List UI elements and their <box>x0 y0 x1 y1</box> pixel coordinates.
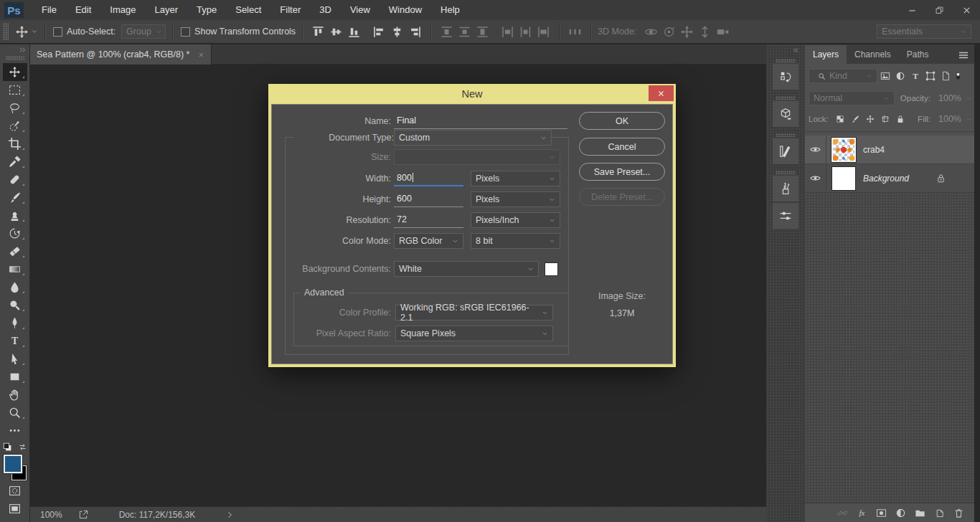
layer-style-button[interactable]: fx <box>852 506 872 520</box>
path-selection-tool[interactable] <box>3 350 27 368</box>
size-dropdown[interactable] <box>394 149 560 165</box>
zoom-level[interactable]: 100% <box>40 510 62 520</box>
delete-preset-button[interactable]: Delete Preset... <box>579 188 665 206</box>
orbit-3d-icon[interactable] <box>644 25 658 39</box>
collapse-panels-icon[interactable] <box>791 47 801 54</box>
tab-paths[interactable]: Paths <box>899 45 937 64</box>
3d-panel-button[interactable] <box>773 101 798 127</box>
color-profile-dropdown[interactable]: Working RGB: sRGB IEC61966-2.1 <box>395 305 553 321</box>
tab-close-icon[interactable] <box>198 52 204 58</box>
align-left-icon[interactable] <box>372 25 386 39</box>
background-color-chip[interactable] <box>545 262 558 276</box>
rectangular-marquee-tool[interactable] <box>3 81 27 99</box>
menu-filter[interactable]: Filter <box>270 0 310 20</box>
filter-type-button[interactable]: T <box>908 69 923 83</box>
visibility-toggle[interactable] <box>805 164 826 192</box>
filter-toggle-icon[interactable] <box>954 70 962 82</box>
distribute-spacing-icon[interactable] <box>568 25 582 39</box>
pen-tool[interactable] <box>3 314 27 332</box>
clone-stamp-tool[interactable] <box>3 207 27 224</box>
name-input[interactable]: Final <box>394 113 567 129</box>
panel-grip[interactable] <box>776 133 796 137</box>
auto-select-checkbox[interactable] <box>53 27 62 37</box>
menu-3d[interactable]: 3D <box>310 0 341 20</box>
resolution-unit-dropdown[interactable]: Pixels/Inch <box>471 212 560 228</box>
slide-3d-icon[interactable] <box>698 25 712 39</box>
lock-paint-button[interactable] <box>849 113 861 125</box>
menu-help[interactable]: Help <box>431 0 469 20</box>
new-group-button[interactable] <box>910 506 930 520</box>
brush-tool[interactable] <box>3 189 27 207</box>
type-tool[interactable]: T <box>3 332 27 350</box>
toolbar-grip[interactable] <box>6 56 24 60</box>
blur-tool[interactable] <box>3 278 27 296</box>
filter-smart-object-button[interactable] <box>938 69 953 83</box>
filter-adjustment-button[interactable] <box>892 69 908 83</box>
quick-mask-button[interactable] <box>3 482 27 500</box>
doc-size-info[interactable]: Doc: 117,2K/156,3K <box>119 510 196 520</box>
eraser-tool[interactable] <box>3 242 27 260</box>
history-brush-tool[interactable] <box>3 224 27 242</box>
filter-image-button[interactable] <box>877 69 892 83</box>
adjustment-layer-button[interactable] <box>891 506 910 520</box>
new-layer-button[interactable] <box>930 506 949 520</box>
bit-depth-dropdown[interactable]: 8 bit <box>471 233 560 249</box>
align-top-icon[interactable] <box>311 25 325 39</box>
distribute-right-icon[interactable] <box>537 25 550 39</box>
quick-selection-tool[interactable] <box>3 117 27 135</box>
camera-3d-icon[interactable] <box>716 25 730 39</box>
edit-toolbar-button[interactable] <box>3 422 27 440</box>
width-unit-dropdown[interactable]: Pixels <box>471 171 560 186</box>
brushes-panel-button[interactable] <box>773 176 798 201</box>
align-right-icon[interactable] <box>408 25 422 39</box>
menu-type[interactable]: Type <box>187 0 226 20</box>
distribute-left-icon[interactable] <box>501 25 514 39</box>
layer-row-crab4[interactable]: crab4 <box>805 136 974 164</box>
distribute-top-icon[interactable] <box>440 25 453 39</box>
layer-thumbnail[interactable] <box>831 138 856 162</box>
rectangle-tool[interactable] <box>3 368 27 386</box>
dialog-close-button[interactable] <box>649 85 674 101</box>
width-input[interactable]: 800 <box>394 171 463 186</box>
distribute-center-icon[interactable] <box>519 25 532 39</box>
menu-view[interactable]: View <box>341 0 380 20</box>
pixel-aspect-ratio-dropdown[interactable]: Square Pixels <box>395 326 553 341</box>
height-unit-dropdown[interactable]: Pixels <box>471 191 560 207</box>
gradient-tool[interactable] <box>3 260 27 278</box>
lock-transparent-button[interactable] <box>834 113 847 125</box>
lock-all-button[interactable] <box>894 113 906 125</box>
link-layers-button[interactable] <box>833 506 852 520</box>
options-bar-grip[interactable] <box>3 23 9 40</box>
panel-grip[interactable] <box>776 171 796 174</box>
align-middle-icon[interactable] <box>329 25 343 39</box>
restore-button[interactable] <box>925 1 953 20</box>
fill-field[interactable]: 100% <box>933 112 971 126</box>
screen-mode-button[interactable] <box>3 500 27 518</box>
foreground-color-swatch[interactable] <box>4 455 22 473</box>
blend-mode-dropdown[interactable]: Normal <box>809 91 895 105</box>
menu-edit[interactable]: Edit <box>66 0 100 20</box>
resolution-input[interactable]: 72 <box>394 212 463 228</box>
layer-thumbnail[interactable] <box>831 166 856 191</box>
swap-colors-icon[interactable] <box>18 442 27 452</box>
lock-move-button[interactable] <box>864 113 876 125</box>
height-input[interactable]: 600 <box>394 191 463 207</box>
visibility-toggle[interactable] <box>805 136 826 163</box>
distribute-middle-icon[interactable] <box>458 25 471 39</box>
menu-layer[interactable]: Layer <box>146 0 188 20</box>
tab-layers[interactable]: Layers <box>805 45 847 64</box>
spot-healing-brush-tool[interactable] <box>3 171 27 189</box>
minimize-button[interactable] <box>898 1 925 20</box>
background-contents-dropdown[interactable]: White <box>394 261 539 277</box>
default-colors-icon[interactable] <box>3 442 12 452</box>
dialog-title[interactable]: New <box>268 84 676 104</box>
pan-3d-icon[interactable] <box>680 25 694 39</box>
workspace-dropdown[interactable]: Essentials <box>877 24 971 39</box>
close-button[interactable] <box>953 1 980 20</box>
layer-row-background[interactable]: Background <box>805 164 974 193</box>
align-center-icon[interactable] <box>390 25 404 39</box>
layer-name[interactable]: Background <box>863 174 909 184</box>
ok-button[interactable]: OK <box>579 112 665 130</box>
history-panel-button[interactable] <box>773 64 798 90</box>
panel-grip[interactable] <box>776 96 796 100</box>
